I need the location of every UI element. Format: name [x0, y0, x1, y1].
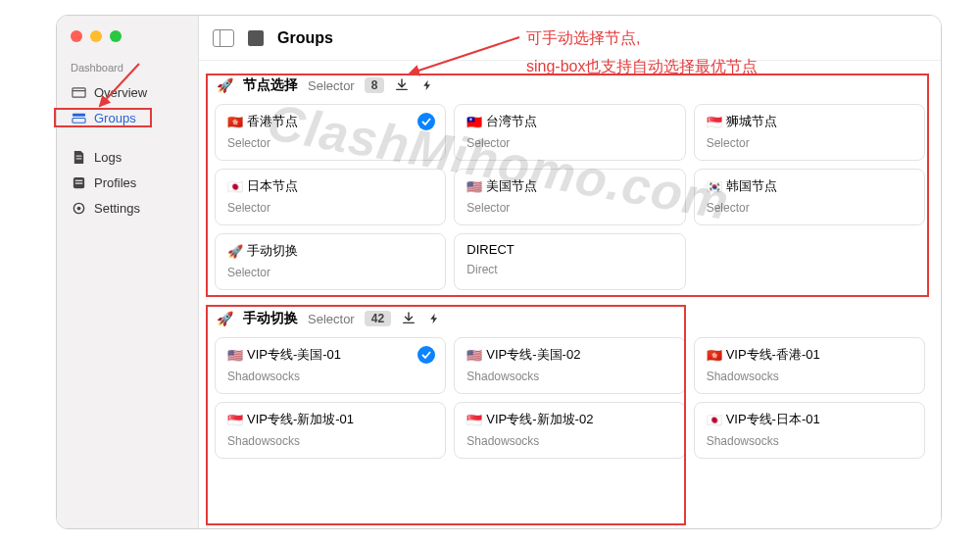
sidebar: Dashboard Overview Groups Logs Profiles — [57, 16, 199, 528]
speedtest-icon[interactable] — [419, 77, 435, 93]
node-subtype: Selector — [227, 266, 433, 279]
sidebar-section-title: Dashboard — [57, 60, 198, 79]
group-icon: 🚀 — [217, 77, 233, 93]
group-count-badge: 8 — [365, 77, 385, 93]
svg-point-10 — [76, 206, 80, 210]
node-name: VIP专线-美国-01 — [247, 346, 341, 364]
groups-icon — [71, 110, 86, 125]
logs-icon — [71, 149, 86, 165]
node-name: VIP专线-香港-01 — [726, 346, 820, 364]
group-header: 🚀 手动切换 Selector 42 — [215, 304, 925, 337]
overview-icon — [71, 84, 86, 100]
flag-icon: 🇸🇬 — [227, 413, 243, 427]
svg-rect-7 — [74, 179, 82, 180]
node-card[interactable]: 🇯🇵日本节点 Selector — [215, 169, 446, 225]
svg-rect-8 — [74, 182, 82, 183]
flag-icon: 🇰🇷 — [707, 179, 722, 194]
node-card[interactable]: 🇭🇰香港节点 Selector — [215, 104, 446, 161]
node-name: 台湾节点 — [486, 113, 537, 130]
group-header: 🚀 节点选择 Selector 8 — [215, 71, 925, 104]
node-card[interactable]: 🇸🇬VIP专线-新加坡-01 Shadowsocks — [215, 402, 446, 459]
sidebar-toggle-icon[interactable] — [213, 29, 234, 47]
node-card[interactable]: 🇺🇸美国节点 Selector — [454, 169, 685, 225]
node-card[interactable]: 🇹🇼台湾节点 Selector — [454, 104, 685, 161]
node-subtype: Shadowsocks — [466, 434, 672, 448]
flag-icon: 🇭🇰 — [227, 115, 243, 129]
node-card[interactable]: DIRECT Direct — [454, 233, 685, 290]
node-name: VIP专线-新加坡-02 — [486, 411, 593, 428]
group-title: 手动切换 — [243, 310, 298, 327]
sidebar-item-settings[interactable]: Settings — [57, 195, 198, 221]
flag-icon: 🇯🇵 — [227, 179, 243, 194]
node-card[interactable]: 🇯🇵VIP专线-日本-01 Shadowsocks — [694, 402, 925, 459]
node-subtype: Shadowsocks — [707, 434, 912, 448]
profiles-icon — [71, 174, 86, 190]
node-subtype: Shadowsocks — [227, 370, 433, 383]
sidebar-item-label: Settings — [94, 201, 140, 216]
flag-icon: 🇺🇸 — [466, 348, 482, 363]
node-subtype: Shadowsocks — [707, 370, 912, 383]
maximize-window[interactable] — [110, 30, 122, 42]
sidebar-item-profiles[interactable]: Profiles — [57, 170, 198, 195]
sidebar-item-logs[interactable]: Logs — [57, 144, 198, 170]
sidebar-item-label: Profiles — [94, 175, 136, 190]
node-name: 日本节点 — [247, 177, 298, 195]
node-card[interactable]: 🇺🇸VIP专线-美国-02 Shadowsocks — [454, 337, 685, 394]
node-subtype: Selector — [227, 201, 433, 215]
groups-title-icon — [248, 30, 264, 46]
node-grid: 🇺🇸VIP专线-美国-01 Shadowsocks 🇺🇸VIP专线-美国-02 … — [215, 337, 925, 459]
flag-icon: 🇯🇵 — [707, 413, 722, 427]
flag-icon: 🚀 — [227, 244, 243, 259]
app-window: Dashboard Overview Groups Logs Profiles — [56, 15, 942, 529]
sidebar-item-overview[interactable]: Overview — [57, 79, 198, 105]
sidebar-item-label: Groups — [94, 111, 136, 125]
content-area: Groups 🚀 节点选择 Selector 8 🇭🇰香港节点 S — [199, 16, 941, 528]
group-count-badge: 42 — [365, 311, 391, 326]
svg-rect-5 — [75, 158, 81, 159]
flag-icon: 🇭🇰 — [707, 348, 722, 363]
node-name: VIP专线-新加坡-01 — [247, 411, 354, 428]
node-grid: 🇭🇰香港节点 Selector 🇹🇼台湾节点 Selector 🇸🇬狮城节点 S… — [215, 104, 925, 290]
node-subtype: Selector — [466, 201, 672, 215]
speedtest-icon[interactable] — [426, 311, 442, 326]
node-name: 香港节点 — [247, 113, 298, 130]
node-name: 美国节点 — [486, 177, 537, 195]
node-name: 手动切换 — [247, 242, 298, 260]
flag-icon: 🇺🇸 — [227, 348, 243, 363]
download-icon[interactable] — [401, 311, 416, 326]
content-body: 🚀 节点选择 Selector 8 🇭🇰香港节点 Selector — [199, 61, 941, 528]
node-card[interactable]: 🇸🇬狮城节点 Selector — [694, 104, 925, 161]
group-icon: 🚀 — [217, 311, 233, 326]
group-type: Selector — [308, 78, 355, 93]
close-window[interactable] — [71, 30, 82, 42]
sidebar-item-label: Overview — [94, 85, 147, 100]
svg-rect-2 — [72, 113, 84, 116]
flag-icon: 🇹🇼 — [466, 115, 482, 129]
node-subtype: Selector — [707, 201, 912, 215]
flag-icon: 🇸🇬 — [707, 115, 722, 129]
download-icon[interactable] — [394, 77, 410, 93]
node-card[interactable]: 🚀手动切换 Selector — [215, 233, 446, 290]
node-name: 韩国节点 — [726, 177, 777, 195]
node-name: VIP专线-美国-02 — [486, 346, 580, 364]
node-name: DIRECT — [466, 242, 514, 257]
node-subtype: Selector — [227, 136, 433, 150]
flag-icon: 🇺🇸 — [466, 179, 482, 194]
page-title: Groups — [277, 29, 333, 47]
node-card[interactable]: 🇸🇬VIP专线-新加坡-02 Shadowsocks — [454, 402, 685, 459]
node-subtype: Selector — [466, 136, 672, 150]
node-subtype: Direct — [466, 263, 672, 276]
node-card[interactable]: 🇺🇸VIP专线-美国-01 Shadowsocks — [215, 337, 446, 394]
svg-rect-3 — [72, 118, 84, 123]
sidebar-item-groups[interactable]: Groups — [57, 105, 198, 130]
minimize-window[interactable] — [90, 30, 102, 42]
titlebar: Groups — [199, 16, 941, 61]
node-card[interactable]: 🇰🇷韩国节点 Selector — [694, 169, 925, 225]
node-name: VIP专线-日本-01 — [726, 411, 820, 428]
group-type: Selector — [308, 312, 355, 326]
node-subtype: Shadowsocks — [466, 370, 672, 383]
svg-rect-0 — [72, 87, 84, 96]
svg-rect-4 — [75, 155, 81, 156]
group-title: 节点选择 — [243, 76, 298, 94]
node-card[interactable]: 🇭🇰VIP专线-香港-01 Shadowsocks — [694, 337, 925, 394]
